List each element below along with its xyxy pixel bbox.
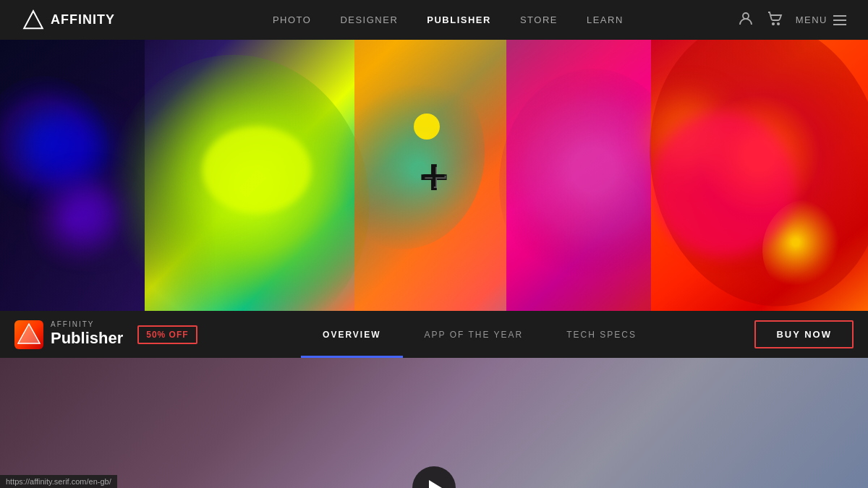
url-bar: https://affinity.serif.com/en-gb/ [0, 475, 117, 488]
nav-menu-button[interactable]: MENU [796, 14, 846, 25]
tab-app-of-year[interactable]: APP OF THE YEAR [403, 311, 545, 358]
decorative-blob-2 [58, 184, 116, 242]
svg-marker-0 [24, 11, 43, 28]
nav-link-photo[interactable]: PHOTO [273, 14, 312, 25]
play-icon [429, 480, 442, 488]
brand-affinity-label: AFFINITY [51, 320, 123, 329]
hero-plus-symbol: + [421, 154, 446, 197]
cart-icon[interactable] [767, 10, 783, 30]
decorative-blob-5 [651, 112, 796, 257]
user-icon[interactable] [738, 10, 754, 30]
nav-links: PHOTO DESIGNER PUBLISHER STORE LEARN [158, 14, 738, 25]
decorative-blob-1 [22, 112, 109, 184]
hamburger-icon [833, 15, 846, 25]
product-tabbar: AFFINITY Publisher 50% OFF OVERVIEW APP … [0, 311, 868, 358]
hero-section: + [0, 40, 868, 311]
publisher-brand-icon [14, 320, 43, 349]
brand-text: AFFINITY Publisher [51, 320, 123, 348]
tab-tech-specs[interactable]: TECH SPECS [545, 311, 658, 358]
video-section [0, 358, 868, 488]
nav-link-learn[interactable]: LEARN [587, 14, 624, 25]
nav-logo[interactable]: AFFINITY [22, 9, 115, 32]
navbar: AFFINITY PHOTO DESIGNER PUBLISHER STORE … [0, 0, 868, 40]
nav-link-designer[interactable]: DESIGNER [340, 14, 398, 25]
play-button[interactable] [412, 466, 456, 488]
affinity-logo-icon [22, 9, 45, 32]
svg-point-1 [743, 13, 749, 19]
product-tabs: OVERVIEW APP OF THE YEAR TECH SPECS [219, 311, 741, 358]
decorative-blob-3 [203, 127, 311, 213]
tab-overview[interactable]: OVERVIEW [301, 311, 402, 358]
brand-publisher-label: Publisher [51, 329, 123, 348]
tabbar-brand: AFFINITY Publisher 50% OFF [14, 320, 197, 349]
svg-point-2 [773, 23, 774, 25]
discount-badge: 50% OFF [137, 325, 197, 344]
url-text: https://affinity.serif.com/en-gb/ [6, 477, 111, 486]
nav-link-store[interactable]: STORE [520, 14, 558, 25]
nav-right: MENU [738, 10, 846, 30]
nav-logo-text: AFFINITY [51, 12, 115, 27]
buy-now-button[interactable]: BUY NOW [754, 320, 854, 348]
svg-point-3 [778, 23, 779, 25]
menu-label: MENU [796, 14, 827, 25]
nav-link-publisher[interactable]: PUBLISHER [427, 14, 491, 25]
